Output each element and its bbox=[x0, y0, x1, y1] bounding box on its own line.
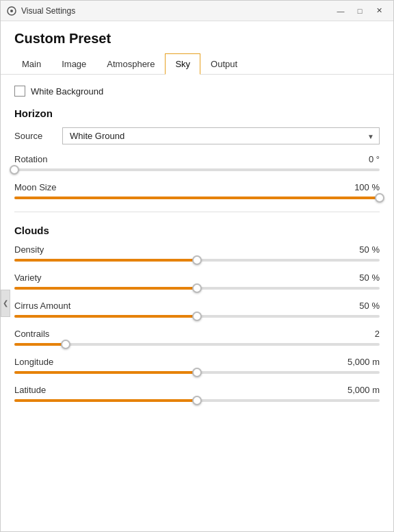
latitude-fill bbox=[14, 399, 197, 402]
longitude-label: Longitude bbox=[14, 357, 53, 367]
moon-size-slider-row: Moon Size 100 % bbox=[14, 182, 380, 199]
cirrus-amount-thumb bbox=[192, 312, 202, 321]
longitude-thumb bbox=[192, 368, 202, 377]
main-window: Visual Settings — □ ✕ Custom Preset Main… bbox=[0, 0, 394, 532]
cirrus-amount-header: Cirrus Amount 50 % bbox=[14, 301, 380, 311]
maximize-button[interactable]: □ bbox=[351, 4, 369, 18]
moon-size-value: 100 % bbox=[354, 182, 380, 192]
latitude-thumb bbox=[192, 396, 202, 405]
minimize-button[interactable]: — bbox=[332, 4, 350, 18]
white-background-checkbox[interactable] bbox=[14, 86, 25, 97]
rotation-value: 0 ° bbox=[369, 154, 380, 164]
latitude-value: 5,000 m bbox=[347, 385, 380, 395]
contrails-label: Contrails bbox=[14, 329, 49, 339]
contrails-value: 2 bbox=[375, 329, 380, 339]
moon-size-track[interactable] bbox=[14, 197, 380, 199]
close-button[interactable]: ✕ bbox=[370, 4, 388, 18]
tab-output[interactable]: Output bbox=[200, 53, 248, 75]
chevron-left-icon: ❮ bbox=[3, 299, 8, 307]
longitude-header: Longitude 5,000 m bbox=[14, 357, 380, 367]
rotation-header: Rotation 0 ° bbox=[14, 154, 380, 164]
contrails-thumb bbox=[61, 340, 70, 349]
longitude-value: 5,000 m bbox=[347, 357, 380, 367]
longitude-track[interactable] bbox=[14, 371, 380, 374]
moon-size-header: Moon Size 100 % bbox=[14, 182, 380, 192]
title-bar: Visual Settings — □ ✕ bbox=[1, 1, 393, 21]
cirrus-amount-slider-row: Cirrus Amount 50 % bbox=[14, 301, 380, 318]
rotation-track[interactable] bbox=[14, 168, 380, 171]
latitude-slider-row: Latitude 5,000 m bbox=[14, 385, 380, 402]
clouds-section-title: Clouds bbox=[14, 225, 380, 236]
variety-slider-row: Variety 50 % bbox=[14, 273, 380, 290]
cirrus-amount-value: 50 % bbox=[359, 301, 380, 311]
density-header: Density 50 % bbox=[14, 244, 380, 255]
horizon-section-title: Horizon bbox=[14, 107, 380, 119]
latitude-header: Latitude 5,000 m bbox=[14, 385, 380, 395]
page-title: Custom Preset bbox=[1, 21, 393, 53]
svg-point-1 bbox=[10, 10, 13, 12]
tab-atmosphere[interactable]: Atmosphere bbox=[96, 53, 165, 75]
variety-thumb bbox=[192, 283, 202, 293]
source-select[interactable]: White Ground Color HDRI bbox=[62, 127, 380, 144]
variety-track[interactable] bbox=[14, 287, 380, 290]
section-divider bbox=[14, 212, 380, 212]
window-controls: — □ ✕ bbox=[332, 4, 388, 18]
density-slider-row: Density 50 % bbox=[14, 244, 380, 262]
density-label: Density bbox=[14, 244, 44, 255]
tab-bar: Main Image Atmosphere Sky Output bbox=[1, 53, 393, 75]
source-select-wrapper: White Ground Color HDRI ▼ bbox=[62, 127, 380, 144]
density-track[interactable] bbox=[14, 259, 380, 262]
source-label: Source bbox=[14, 131, 62, 141]
variety-header: Variety 50 % bbox=[14, 273, 380, 283]
variety-label: Variety bbox=[14, 273, 42, 283]
window-title: Visual Settings bbox=[21, 6, 332, 16]
rotation-thumb bbox=[10, 165, 19, 175]
latitude-label: Latitude bbox=[14, 385, 46, 395]
sky-panel: ❮ White Background Horizon Source White … bbox=[1, 75, 393, 531]
contrails-header: Contrails 2 bbox=[14, 329, 380, 339]
cirrus-amount-track[interactable] bbox=[14, 315, 380, 318]
longitude-slider-row: Longitude 5,000 m bbox=[14, 357, 380, 374]
white-background-label: White Background bbox=[31, 86, 103, 97]
variety-value: 50 % bbox=[359, 273, 380, 283]
longitude-fill bbox=[14, 371, 197, 374]
white-background-row: White Background bbox=[14, 86, 380, 97]
window-content: Custom Preset Main Image Atmosphere Sky … bbox=[1, 21, 393, 531]
rotation-slider-row: Rotation 0 ° bbox=[14, 154, 380, 171]
tab-sky[interactable]: Sky bbox=[165, 53, 200, 75]
source-row: Source White Ground Color HDRI ▼ bbox=[14, 127, 380, 144]
app-icon bbox=[6, 5, 17, 16]
moon-size-thumb bbox=[375, 193, 384, 203]
density-thumb bbox=[192, 255, 202, 265]
density-value: 50 % bbox=[359, 244, 380, 255]
contrails-slider-row: Contrails 2 bbox=[14, 329, 380, 346]
moon-size-label: Moon Size bbox=[14, 182, 56, 192]
tab-main[interactable]: Main bbox=[12, 53, 51, 75]
rotation-label: Rotation bbox=[14, 154, 47, 164]
cirrus-amount-fill bbox=[14, 315, 197, 318]
density-fill bbox=[14, 259, 197, 262]
latitude-track[interactable] bbox=[14, 399, 380, 402]
tab-image[interactable]: Image bbox=[51, 53, 96, 75]
collapse-tab[interactable]: ❮ bbox=[1, 290, 10, 317]
moon-size-fill bbox=[14, 197, 380, 199]
contrails-fill bbox=[14, 343, 66, 346]
contrails-track[interactable] bbox=[14, 343, 380, 346]
variety-fill bbox=[14, 287, 197, 290]
cirrus-amount-label: Cirrus Amount bbox=[14, 301, 70, 311]
